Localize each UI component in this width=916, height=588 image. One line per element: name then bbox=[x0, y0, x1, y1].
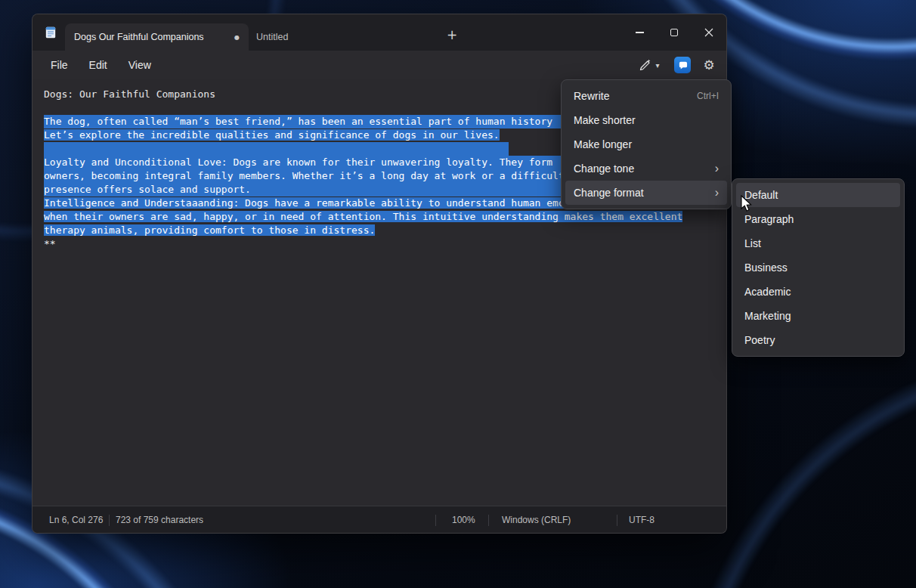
status-separator bbox=[109, 515, 110, 526]
status-separator bbox=[488, 515, 489, 526]
submenu-arrow-icon: › bbox=[715, 162, 719, 175]
submenu-item-business[interactable]: Business bbox=[736, 255, 900, 280]
notepad-app-icon bbox=[44, 26, 57, 39]
chevron-down-icon: ▾ bbox=[655, 61, 659, 70]
window-controls bbox=[622, 14, 726, 51]
submenu-arrow-icon: › bbox=[715, 187, 719, 199]
minimize-button[interactable] bbox=[622, 14, 657, 51]
rewrite-menu: Rewrite Ctrl+I Make shorter Make longer … bbox=[561, 79, 732, 209]
menu-file[interactable]: File bbox=[42, 55, 76, 75]
submenu-item-academic[interactable]: Academic bbox=[736, 280, 900, 304]
line-ending-indicator: Windows (CRLF) bbox=[502, 506, 571, 534]
maximize-button[interactable] bbox=[657, 14, 692, 51]
tab-title: Dogs Our Faithful Companions bbox=[74, 32, 204, 42]
menu-item-rewrite[interactable]: Rewrite Ctrl+I bbox=[565, 84, 727, 108]
tab-untitled[interactable]: Untitled bbox=[249, 23, 430, 51]
mouse-cursor bbox=[739, 195, 754, 216]
minimize-icon bbox=[636, 32, 644, 32]
editor-line: when their owners are sad, happy, or in … bbox=[44, 210, 715, 224]
submenu-item-marketing[interactable]: Marketing bbox=[736, 304, 900, 328]
copilot-icon bbox=[678, 60, 688, 70]
menu-item-make-longer[interactable]: Make longer bbox=[565, 132, 727, 156]
new-tab-button[interactable]: + bbox=[442, 25, 462, 45]
zoom-level: 100% bbox=[452, 506, 475, 534]
menu-item-make-shorter[interactable]: Make shorter bbox=[565, 108, 727, 132]
status-separator bbox=[617, 515, 617, 526]
tab-title: Untitled bbox=[256, 32, 288, 42]
submenu-item-list[interactable]: List bbox=[736, 231, 900, 255]
character-count: 723 of 759 characters bbox=[116, 506, 203, 534]
maximize-icon bbox=[670, 29, 678, 36]
menu-view[interactable]: View bbox=[120, 55, 159, 75]
copilot-button[interactable] bbox=[674, 57, 691, 73]
shortcut-label: Ctrl+I bbox=[697, 91, 719, 101]
editor-line: ** bbox=[44, 237, 715, 251]
change-format-submenu: Default Paragraph List Business Academic… bbox=[732, 178, 905, 357]
close-button[interactable] bbox=[692, 14, 726, 51]
submenu-item-poetry[interactable]: Poetry bbox=[736, 328, 900, 352]
editor-line: therapy animals, providing comfort to th… bbox=[44, 224, 715, 237]
status-separator bbox=[435, 515, 436, 526]
close-icon bbox=[704, 28, 713, 37]
tab-bar: Dogs Our Faithful Companions ● Untitled … bbox=[32, 14, 726, 51]
tab-dogs-our-faithful-companions[interactable]: Dogs Our Faithful Companions ● bbox=[65, 23, 249, 51]
unsaved-changes-dot-icon: ● bbox=[234, 34, 240, 41]
rewrite-dropdown-button[interactable]: ▾ bbox=[633, 55, 666, 75]
menu-bar: File Edit View ▾ ⚙ bbox=[32, 51, 726, 79]
gear-icon: ⚙ bbox=[703, 57, 714, 73]
settings-button[interactable]: ⚙ bbox=[701, 54, 716, 75]
submenu-item-default[interactable]: Default bbox=[736, 183, 900, 207]
submenu-item-paragraph[interactable]: Paragraph bbox=[736, 207, 900, 231]
menu-item-change-tone[interactable]: Change tone › bbox=[565, 156, 727, 181]
encoding-indicator: UTF-8 bbox=[629, 506, 655, 534]
menu-item-change-format[interactable]: Change format › bbox=[565, 181, 727, 205]
status-bar: Ln 6, Col 276 723 of 759 characters 100%… bbox=[32, 506, 726, 534]
cursor-position: Ln 6, Col 276 bbox=[49, 506, 103, 534]
rewrite-pen-sparkle-icon bbox=[639, 58, 652, 72]
menu-edit[interactable]: Edit bbox=[81, 55, 116, 75]
